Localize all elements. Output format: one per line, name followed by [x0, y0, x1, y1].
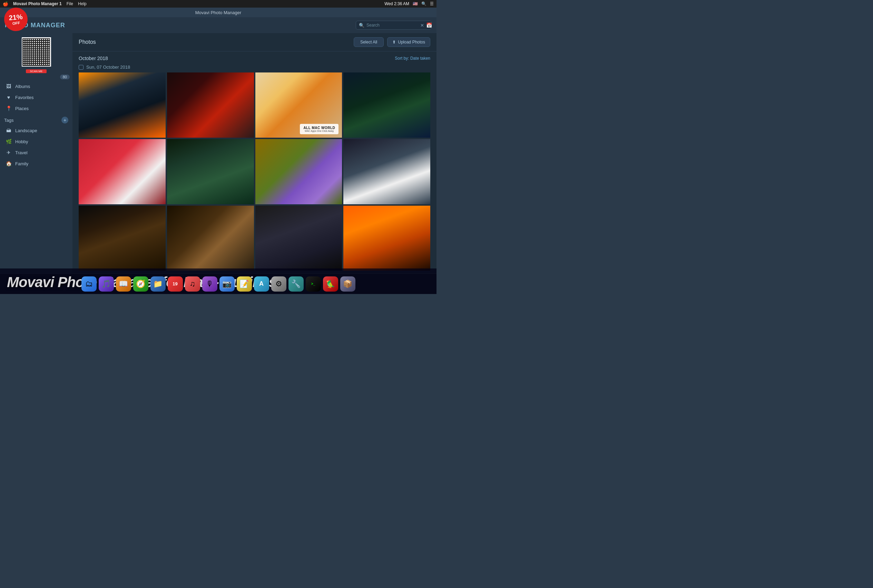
discount-percent: 21% — [9, 13, 23, 21]
dock-notes[interactable]: 📝 — [237, 276, 252, 292]
dock-magnet[interactable]: 🔧 — [288, 276, 304, 292]
dock-appstore[interactable]: A — [254, 276, 269, 292]
dock-archive[interactable]: 📦 — [340, 276, 356, 292]
sidebar-favorites-label: Favorites — [15, 95, 33, 100]
photos-scroll[interactable]: October 2018 Sort by: Date taken Sun, 07… — [72, 51, 436, 273]
photo-forest-path[interactable] — [79, 206, 166, 271]
add-tag-button[interactable]: + — [62, 117, 68, 123]
places-icon: 📍 — [6, 106, 12, 111]
photo-white-dog[interactable] — [344, 139, 430, 204]
menu-icon[interactable]: ☰ — [430, 2, 434, 6]
sidebar-places-label: Places — [15, 106, 28, 111]
photo-aurora[interactable] — [344, 72, 430, 138]
dock-sysprefs[interactable]: ⚙ — [271, 276, 286, 292]
discount-off: OFF — [12, 21, 20, 26]
sidebar-item-travel[interactable]: ✈ Travel — [2, 147, 71, 158]
clear-search-icon[interactable]: ✕ — [420, 23, 424, 28]
app-container: 21% OFF PHOTO MANAGER 🔍 ✕ 📅 SCAN ME 80 🖼… — [0, 17, 436, 294]
mac-world-overlay: ALL MAC WORLD MAC Apps One Click Away — [300, 124, 339, 134]
photo-counter-row: 80 — [0, 75, 72, 80]
titlebar: Movavi Photo Manager — [0, 8, 436, 17]
select-all-button[interactable]: Select All — [354, 37, 384, 47]
sidebar-item-hobby[interactable]: 🌿 Hobby — [2, 136, 71, 147]
apple-menu[interactable]: 🍎 — [3, 2, 8, 6]
file-menu[interactable]: File — [67, 2, 73, 6]
sort-value[interactable]: Date taken — [410, 56, 430, 61]
help-menu[interactable]: Help — [78, 2, 87, 6]
sidebar-item-family[interactable]: 🏠 Family — [2, 158, 71, 169]
sort-bar: Sort by: Date taken — [395, 56, 430, 61]
sidebar-albums-label: Albums — [15, 84, 30, 89]
sidebar-travel-label: Travel — [15, 150, 28, 155]
date-checkbox[interactable] — [79, 65, 84, 70]
sidebar-item-places[interactable]: 📍 Places — [2, 103, 71, 114]
section-month: October 2018 — [79, 56, 108, 61]
photo-forest-girl[interactable] — [167, 139, 254, 204]
dock-misc2[interactable]: 🦜 — [323, 276, 338, 292]
search-input[interactable] — [366, 23, 418, 28]
photo-woman-window[interactable] — [167, 206, 254, 271]
content-area: Photos Select All ⬆ Upload Photos Octobe… — [72, 33, 436, 273]
photo-flower[interactable] — [255, 139, 342, 204]
photo-man-umbrella[interactable] — [255, 206, 342, 271]
section-date-header: October 2018 Sort by: Date taken — [79, 56, 430, 61]
section-date-left: October 2018 — [79, 56, 108, 61]
sidebar-item-albums[interactable]: 🖼 Albums — [2, 81, 71, 92]
dock-safari[interactable]: 🧭 — [133, 276, 148, 292]
mac-world-subtitle: MAC Apps One Click Away — [303, 130, 335, 132]
tags-header: Tags + — [0, 114, 72, 125]
watermark-overlay: Movavi Photo Manager for Mac - Business — [72, 268, 436, 273]
photo-counter: 80 — [60, 75, 70, 80]
sidebar: SCAN ME 80 🖼 Albums ♥ Favorites 📍 Places… — [0, 33, 72, 273]
app-menu-name[interactable]: Movavi Photo Manager 1 — [13, 2, 62, 6]
dock-podcast[interactable]: 🎙 — [202, 276, 218, 292]
sidebar-landscape-label: Landscape — [15, 128, 37, 133]
dock-siri[interactable]: 🎵 — [99, 276, 114, 292]
photo-woman-orange[interactable]: ALL MAC WORLD MAC Apps One Click Away — [255, 72, 342, 138]
dock-music[interactable]: ♫ — [185, 276, 200, 292]
content-header: Photos Select All ⬆ Upload Photos — [72, 33, 436, 51]
dock-finder[interactable]: 🗂 — [81, 276, 97, 292]
hobby-icon: 🌿 — [6, 139, 12, 144]
dock-movavi[interactable]: 📷 — [219, 276, 235, 292]
sidebar-item-landscape[interactable]: 🏔 Landscape — [2, 125, 71, 136]
menubar: 🍎 Movavi Photo Manager 1 File Help Wed 2… — [0, 0, 436, 8]
header-buttons: Select All ⬆ Upload Photos — [354, 37, 430, 47]
family-icon: 🏠 — [6, 161, 12, 166]
system-time: Wed 2:36 AM — [384, 2, 409, 6]
window-title: Movavi Photo Manager — [195, 10, 242, 15]
search-icon: 🔍 — [359, 23, 364, 28]
photo-cherries[interactable] — [79, 139, 166, 204]
search-menu-icon[interactable]: 🔍 — [422, 2, 426, 6]
qr-code — [22, 37, 51, 67]
sidebar-item-favorites[interactable]: ♥ Favorites — [2, 92, 71, 102]
photo-grid: ALL MAC WORLD MAC Apps One Click Away — [79, 72, 430, 270]
photo-woman-red[interactable] — [167, 72, 254, 138]
search-box[interactable]: 🔍 ✕ 📅 — [356, 21, 432, 30]
sort-by-label: Sort by: — [395, 56, 409, 61]
main-area: SCAN ME 80 🖼 Albums ♥ Favorites 📍 Places… — [0, 33, 436, 273]
menubar-right: Wed 2:36 AM 🇺🇸 🔍 ☰ — [384, 2, 434, 6]
upload-label: Upload Photos — [398, 40, 425, 45]
tags-label: Tags — [4, 118, 14, 123]
photo-dog-sunset[interactable] — [344, 206, 430, 271]
calendar-icon[interactable]: 📅 — [426, 22, 432, 28]
flag-icon: 🇺🇸 — [413, 2, 418, 6]
dock-files[interactable]: 📁 — [150, 276, 166, 292]
date-row: Sun, 07 October 2018 — [79, 64, 430, 70]
upload-icon: ⬆ — [392, 40, 396, 45]
photo-ship[interactable] — [79, 72, 166, 138]
dock-dictionary[interactable]: 📖 — [116, 276, 131, 292]
favorites-icon: ♥ — [6, 94, 12, 100]
scan-me-label: SCAN ME — [26, 69, 46, 73]
topbar: 21% OFF PHOTO MANAGER 🔍 ✕ 📅 — [0, 17, 436, 33]
sidebar-hobby-label: Hobby — [15, 139, 28, 144]
albums-icon: 🖼 — [6, 84, 12, 89]
mac-world-title: ALL MAC WORLD — [303, 126, 335, 130]
upload-photos-button[interactable]: ⬆ Upload Photos — [387, 37, 430, 47]
dock-calendar[interactable]: 19 — [168, 276, 183, 292]
landscape-icon: 🏔 — [6, 128, 12, 133]
content-title: Photos — [79, 39, 96, 45]
sidebar-family-label: Family — [15, 161, 28, 166]
dock-terminal[interactable]: >_ — [306, 276, 321, 292]
